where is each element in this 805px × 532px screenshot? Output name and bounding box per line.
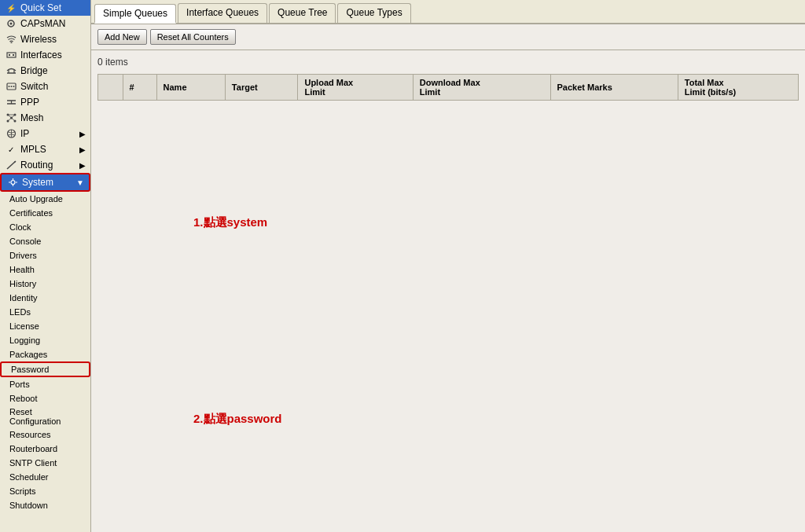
svg-line-28 [7,161,16,169]
reset-counters-button[interactable]: Reset All Counters [150,29,236,45]
sidebar-item-quick-set[interactable]: ⚡ Quick Set [0,0,90,16]
svg-point-30 [11,181,15,185]
sidebar-item-mesh[interactable]: Mesh [0,110,90,126]
queue-table: # Name Target Upload MaxLimit Download M… [97,74,799,101]
tab-simple-queues[interactable]: Simple Queues [94,4,176,24]
svg-rect-4 [9,54,10,56]
items-count: 0 items [97,57,799,68]
tab-queue-types[interactable]: Queue Types [337,3,410,23]
sidebar-item-interfaces[interactable]: Interfaces [0,47,90,63]
submenu-reboot[interactable]: Reboot [0,391,90,405]
switch-icon [5,81,17,92]
svg-rect-3 [7,53,16,57]
annotation-step1: 1.點選system [193,215,267,230]
content-area: 0 items # Name Target Upload MaxLimit Do… [91,50,805,532]
mesh-icon [5,112,17,123]
tab-interface-queues[interactable]: Interface Queues [178,3,267,23]
col-check [98,75,123,101]
mpls-icon: ✓ [5,144,17,155]
submenu-routerboard[interactable]: Routerboard [0,442,90,456]
svg-rect-5 [13,54,14,56]
svg-point-2 [10,42,12,44]
submenu-license[interactable]: License [0,319,90,333]
routing-icon [5,160,17,171]
bridge-icon [5,65,17,76]
submenu-health[interactable]: Health [0,262,90,277]
interfaces-icon [5,50,17,61]
submenu-console[interactable]: Console [0,234,90,248]
submenu-drivers[interactable]: Drivers [0,248,90,262]
ppp-icon [5,97,17,108]
svg-line-22 [8,115,12,118]
capsman-icon [5,18,17,29]
submenu-password[interactable]: Password [0,361,90,377]
submenu-scripts[interactable]: Scripts [0,484,90,498]
submenu-clock[interactable]: Clock [0,220,90,234]
submenu-scheduler[interactable]: Scheduler [0,470,90,484]
sidebar-item-ppp[interactable]: PPP [0,94,90,110]
ip-icon [5,128,17,139]
sidebar-item-system[interactable]: System ▼ [0,173,90,192]
sidebar-item-ip[interactable]: IP ▶ [0,126,90,141]
toolbar: Add New Reset All Counters [91,24,805,50]
submenu-sntp-client[interactable]: SNTP Client [0,456,90,470]
sidebar-item-wireless[interactable]: Wireless [0,31,90,47]
sidebar-item-mpls[interactable]: ✓ MPLS ▶ [0,141,90,157]
add-new-button[interactable]: Add New [97,29,147,45]
submenu-identity[interactable]: Identity [0,291,90,305]
col-name: Name [156,75,225,101]
system-arrow: ▼ [76,178,84,187]
submenu-reset-config[interactable]: Reset Configuration [0,405,90,427]
sidebar-item-routing[interactable]: Routing ▶ [0,157,90,173]
table-header-row: # Name Target Upload MaxLimit Download M… [98,75,799,101]
sidebar-item-bridge[interactable]: Bridge [0,63,90,79]
svg-point-11 [10,86,12,87]
submenu-certificates[interactable]: Certificates [0,206,90,220]
svg-point-12 [13,86,14,87]
wireless-icon [5,34,17,45]
col-download-max: Download MaxLimit [413,75,550,101]
submenu-ports[interactable]: Ports [0,377,90,391]
main-content: Simple Queues Interface Queues Queue Tre… [91,0,805,532]
quick-set-icon: ⚡ [5,2,17,13]
col-total-max: Total MaxLimit (bits/s) [678,75,798,101]
svg-line-23 [11,115,15,118]
sidebar-item-switch[interactable]: Switch [0,79,90,94]
mpls-arrow: ▶ [79,145,86,154]
svg-line-25 [11,118,15,121]
submenu-packages[interactable]: Packages [0,347,90,361]
col-upload-max: Upload MaxLimit [298,75,413,101]
sidebar-item-capsman[interactable]: CAPsMAN [0,16,90,31]
tab-queue-tree[interactable]: Queue Tree [269,3,336,23]
system-icon [6,177,19,188]
svg-point-1 [10,23,13,25]
col-target: Target [225,75,298,101]
ip-arrow: ▶ [79,130,86,138]
annotation-step2: 2.點選password [193,412,282,427]
sidebar: ⚡ Quick Set CAPsMAN Wireless Interfaces … [0,0,91,532]
svg-point-10 [8,86,9,87]
submenu-leds[interactable]: LEDs [0,305,90,319]
submenu-resources[interactable]: Resources [0,427,90,442]
svg-line-24 [8,118,12,121]
tabs-bar: Simple Queues Interface Queues Queue Tre… [91,0,805,24]
submenu-history[interactable]: History [0,277,90,291]
submenu-logging[interactable]: Logging [0,333,90,347]
col-number: # [123,75,156,101]
submenu-shutdown[interactable]: Shutdown [0,498,90,512]
routing-arrow: ▶ [79,161,86,170]
col-packet-marks: Packet Marks [550,75,678,101]
submenu-auto-upgrade[interactable]: Auto Upgrade [0,192,90,206]
